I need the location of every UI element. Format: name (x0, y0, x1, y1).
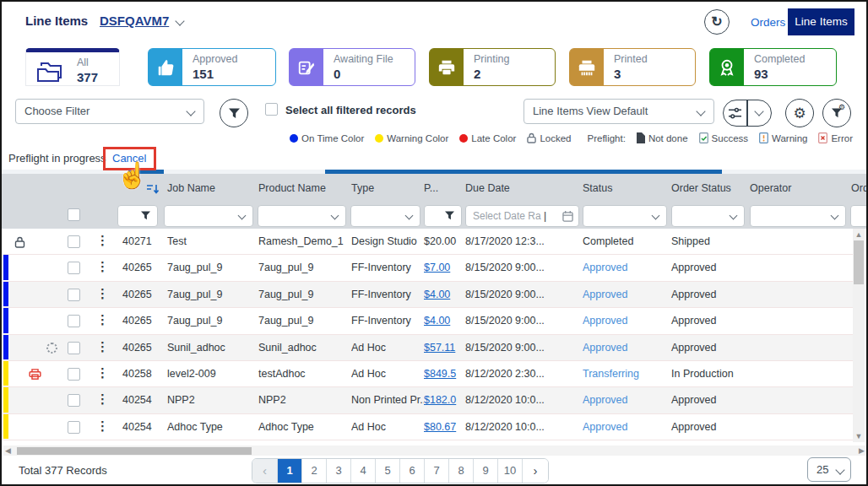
tab-printing[interactable]: Printing 2 (429, 48, 556, 86)
order-status-filter[interactable] (671, 205, 745, 227)
choose-filter-select[interactable]: Choose Filter (15, 99, 204, 124)
col-operator[interactable]: Operator (750, 182, 791, 194)
store-code-link[interactable]: DSFQAVM7 (100, 14, 169, 28)
prev-page-button[interactable]: ‹ (252, 459, 277, 483)
tab-count: 2 (474, 67, 480, 81)
row-checkbox[interactable] (68, 262, 80, 274)
col-order-status[interactable]: Order Status (671, 182, 731, 194)
due-date-filter[interactable]: Select Date Ra | (465, 205, 579, 227)
row-checkbox[interactable] (68, 342, 80, 354)
price-link[interactable]: $80.67 (424, 421, 456, 433)
row-checkbox[interactable] (68, 394, 80, 407)
scroll-right-icon[interactable]: ▶ (859, 446, 865, 455)
page-button[interactable]: 1 (277, 459, 301, 483)
cell-due-date: 8/12/2020 2:30... (465, 368, 545, 380)
settings-button[interactable]: ⚙ (785, 99, 814, 127)
row-checkbox[interactable] (68, 235, 80, 248)
product-name-filter[interactable] (258, 205, 346, 227)
lock-icon (14, 236, 25, 248)
status-cell[interactable]: Approved (583, 315, 628, 327)
view-options-split-button[interactable] (723, 100, 772, 127)
row-stripe (3, 361, 8, 386)
row-checkbox[interactable] (68, 289, 80, 301)
type-filter[interactable] (350, 205, 420, 227)
apply-filter-button[interactable] (220, 99, 248, 127)
price-link[interactable]: $4.00 (424, 315, 450, 327)
select-page-checkbox[interactable] (68, 208, 80, 221)
page-button[interactable]: 5 (375, 459, 399, 483)
row-menu-kebab-icon[interactable]: ⋮ (96, 259, 109, 274)
price-link[interactable]: $4.00 (424, 289, 450, 300)
status-cell[interactable]: Approved (583, 289, 628, 300)
line-items-toggle[interactable]: Line Items (788, 8, 854, 35)
tab-all[interactable]: All 377 (25, 48, 120, 86)
row-menu-kebab-icon[interactable]: ⋮ (96, 418, 109, 434)
cell-job-id: 40265 (122, 289, 152, 300)
col-due-date[interactable]: Due Date (465, 182, 510, 194)
refresh-button[interactable]: ↻ (704, 9, 730, 35)
row-stripe (3, 255, 8, 279)
price-filter[interactable] (424, 205, 462, 227)
filter-settings-button[interactable]: ⚙ (822, 99, 851, 127)
job-id-filter[interactable] (117, 205, 158, 227)
status-cell[interactable]: Approved (583, 342, 628, 354)
row-checkbox[interactable] (68, 421, 80, 434)
sort-descending-icon[interactable] (147, 184, 159, 194)
row-checkbox[interactable] (68, 315, 80, 327)
select-all-checkbox[interactable] (265, 103, 278, 116)
col-product-name[interactable]: Product Name (258, 182, 326, 194)
page-button[interactable]: 4 (350, 459, 375, 483)
status-cell[interactable]: Approved (583, 262, 628, 273)
scroll-up-icon[interactable]: ▲ (853, 230, 865, 239)
view-select[interactable]: Line Items View Default (524, 99, 714, 124)
order-filter-clipped[interactable] (850, 205, 866, 227)
page-button[interactable]: 10 (497, 459, 522, 483)
page-size-select[interactable]: 25 (807, 457, 851, 482)
col-job-name[interactable]: Job Name (167, 182, 215, 194)
next-page-button[interactable]: › (522, 459, 548, 483)
status-cell[interactable]: Approved (583, 421, 628, 433)
tab-awaiting-file[interactable]: Awaiting File 0 (289, 48, 415, 86)
price-link[interactable]: $849.5 (424, 368, 456, 380)
page-button[interactable]: 9 (473, 459, 497, 483)
job-name-filter[interactable] (164, 205, 253, 227)
tab-printed[interactable]: Printed 3 (569, 48, 696, 86)
vertical-scrollbar[interactable]: ▲ ▼ (853, 229, 865, 442)
row-menu-kebab-icon[interactable]: ⋮ (96, 286, 109, 301)
scroll-left-icon[interactable]: ◀ (5, 446, 11, 455)
col-type[interactable]: Type (351, 182, 374, 194)
page-button[interactable]: 3 (326, 459, 350, 483)
row-menu-kebab-icon[interactable]: ⋮ (96, 365, 109, 381)
col-price[interactable]: P... (424, 182, 438, 194)
row-menu-kebab-icon[interactable]: ⋮ (96, 233, 109, 248)
tab-completed[interactable]: Completed 93 (709, 48, 837, 86)
page-button[interactable]: 8 (448, 459, 473, 483)
price-link[interactable]: $57.11 (424, 342, 455, 354)
price-link[interactable]: $20.00 (424, 235, 456, 247)
chevron-down-icon[interactable] (175, 16, 184, 25)
cell-product: NPP2 (258, 394, 286, 406)
price-link[interactable]: $7.00 (424, 262, 450, 273)
orders-toggle[interactable]: Orders (742, 9, 794, 35)
page-button[interactable]: 6 (399, 459, 424, 483)
tab-approved[interactable]: Approved 151 (148, 48, 276, 86)
horizontal-scrollbar-thumb[interactable] (17, 447, 252, 455)
row-menu-kebab-icon[interactable]: ⋮ (96, 392, 109, 407)
row-checkbox[interactable] (68, 368, 80, 381)
row-menu-kebab-icon[interactable]: ⋮ (96, 339, 109, 354)
status-cell[interactable]: Approved (583, 394, 628, 406)
page-button[interactable]: 7 (424, 459, 448, 483)
col-status[interactable]: Status (583, 182, 612, 194)
cell-type: FF-Inventory (351, 262, 411, 273)
row-menu-kebab-icon[interactable]: ⋮ (96, 312, 109, 327)
price-link[interactable]: $182.0 (424, 394, 456, 406)
scroll-down-icon[interactable]: ▼ (853, 432, 865, 440)
status-filter[interactable] (583, 205, 667, 227)
page-button[interactable]: 2 (301, 459, 326, 483)
tab-label: All (77, 57, 89, 68)
operator-filter[interactable] (750, 205, 846, 227)
status-cell[interactable]: Transferring (583, 368, 639, 380)
status-cell[interactable]: Completed (583, 235, 633, 247)
col-order-clipped[interactable]: Ord... (851, 182, 866, 194)
vertical-scrollbar-thumb[interactable] (854, 240, 864, 284)
